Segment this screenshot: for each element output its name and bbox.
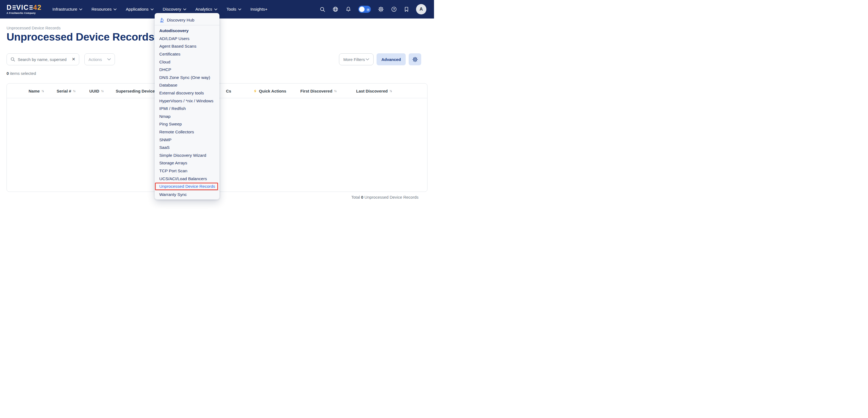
menu-item-hypervisors-nix-windows[interactable]: HyperVisors / *nix / Windows bbox=[155, 97, 219, 105]
menu-item-cloud[interactable]: Cloud bbox=[155, 58, 219, 66]
chevron-down-icon bbox=[214, 8, 217, 10]
column-label: Cs bbox=[226, 89, 231, 93]
search-box: ✕ bbox=[6, 53, 79, 65]
nav-menu: InfrastructureResourcesApplicationsDisco… bbox=[53, 7, 268, 12]
total-records-summary: Total 0 Unprocessed Device Records bbox=[351, 195, 418, 199]
actions-label: Actions bbox=[89, 57, 102, 62]
menu-item-snmp[interactable]: SNMP bbox=[155, 136, 219, 144]
nav-item-analytics[interactable]: Analytics bbox=[195, 7, 217, 12]
nav-item-label: Insights+ bbox=[250, 7, 267, 12]
column-header-first-discovered[interactable]: First Discovered↑↓ bbox=[300, 84, 337, 98]
selected-count: 0 bbox=[6, 71, 9, 76]
column-header-superseding-device-na: Superseding Device Na bbox=[116, 84, 161, 98]
sort-icon: ↑↓ bbox=[389, 89, 392, 93]
avatar[interactable]: A bbox=[416, 4, 426, 14]
menu-item-simple-discovery-wizard[interactable]: Simple Discovery Wizard bbox=[155, 152, 219, 159]
menu-item-unprocessed-device-records[interactable]: Unprocessed Device Records bbox=[155, 183, 218, 191]
sun-icon bbox=[367, 8, 370, 12]
table-settings-button[interactable] bbox=[409, 53, 421, 65]
selection-status: 0items selected bbox=[6, 71, 36, 76]
sort-icon: ↑↓ bbox=[41, 89, 44, 93]
menu-item-saas[interactable]: SaaS bbox=[155, 144, 219, 152]
column-label: Name bbox=[29, 89, 40, 93]
chevron-down-icon bbox=[151, 8, 154, 10]
column-label: Superseding Device Na bbox=[116, 89, 161, 93]
discovery-menu-list: AutodiscoveryAD/LDAP UsersAgent Based Sc… bbox=[155, 25, 219, 198]
lightning-icon bbox=[253, 89, 257, 93]
column-header-uuid[interactable]: UUID↑↓ bbox=[89, 84, 104, 98]
menu-section-header: Autodiscovery bbox=[155, 27, 219, 35]
logo-e-glyph bbox=[12, 5, 16, 10]
device42-logo[interactable]: DVIC42 A Freshworks Company bbox=[6, 4, 42, 14]
bookmark-icon[interactable] bbox=[404, 6, 409, 12]
menu-item-database[interactable]: Database bbox=[155, 82, 219, 89]
nav-item-label: Applications bbox=[126, 7, 149, 12]
column-label: Serial # bbox=[57, 89, 71, 93]
chevron-down-icon bbox=[107, 58, 111, 60]
gear-icon[interactable] bbox=[378, 6, 384, 12]
bell-icon[interactable] bbox=[345, 6, 351, 12]
chevron-down-icon bbox=[183, 8, 186, 10]
menu-item-ipmi-redfish[interactable]: IPMI / Redfish bbox=[155, 105, 219, 112]
chevron-slot-filters bbox=[366, 58, 369, 60]
search-input[interactable] bbox=[18, 57, 69, 62]
nav-item-label: Analytics bbox=[195, 7, 212, 12]
microscope-icon bbox=[159, 18, 164, 23]
nav-item-label: Tools bbox=[226, 7, 236, 12]
sort-icon: ↑↓ bbox=[334, 89, 337, 93]
column-header-name[interactable]: Name↑↓ bbox=[29, 84, 44, 98]
menu-item-dns-zone-sync-one-way[interactable]: DNS Zone Sync (One way) bbox=[155, 74, 219, 82]
clear-search-icon[interactable]: ✕ bbox=[72, 57, 75, 62]
nav-item-label: Discovery bbox=[163, 7, 181, 12]
navbar-right-icons: ? A bbox=[320, 4, 426, 14]
theme-toggle[interactable] bbox=[358, 6, 371, 13]
column-label: UUID bbox=[89, 89, 99, 93]
chevron-down-icon bbox=[79, 8, 82, 10]
menu-item-ad-ldap-users[interactable]: AD/LDAP Users bbox=[155, 35, 219, 43]
menu-item-nmap[interactable]: Nmap bbox=[155, 112, 219, 121]
actions-dropdown[interactable]: Actions bbox=[84, 53, 115, 65]
nav-item-label: Infrastructure bbox=[53, 7, 77, 12]
nav-item-applications[interactable]: Applications bbox=[126, 7, 154, 12]
chevron-down-icon bbox=[114, 8, 117, 10]
menu-item-ucs-aci-load-balancers[interactable]: UCS/ACI/Load Balancers bbox=[155, 175, 219, 183]
column-header-cs: Cs bbox=[226, 84, 231, 98]
page-title: Unprocessed Device Records bbox=[6, 31, 154, 43]
column-header-serial[interactable]: Serial #↑↓ bbox=[57, 84, 76, 98]
sort-icon: ↑↓ bbox=[101, 89, 104, 93]
more-filters-dropdown[interactable]: More Filters bbox=[339, 53, 374, 65]
menu-item-tcp-port-scan[interactable]: TCP Port Scan bbox=[155, 167, 219, 175]
svg-text:?: ? bbox=[393, 8, 395, 11]
more-filters-label: More Filters bbox=[343, 57, 365, 62]
nav-item-discovery[interactable]: Discovery bbox=[163, 7, 186, 12]
nav-item-resources[interactable]: Resources bbox=[91, 7, 117, 12]
search-icon[interactable] bbox=[320, 6, 326, 12]
menu-item-warranty-sync[interactable]: Warranty Sync bbox=[155, 191, 219, 198]
menu-item-label: Discovery Hub bbox=[167, 18, 194, 23]
toggle-knob bbox=[359, 6, 365, 12]
menu-item-certificates[interactable]: Certificates bbox=[155, 50, 219, 58]
globe-icon[interactable] bbox=[333, 6, 338, 12]
chevron-slot-actions bbox=[107, 58, 111, 60]
menu-item-storage-arrays[interactable]: Storage Arrays bbox=[155, 159, 219, 167]
help-icon[interactable]: ? bbox=[391, 6, 397, 12]
nav-item-label: Resources bbox=[91, 7, 112, 12]
menu-item-agent-based-scans[interactable]: Agent Based Scans bbox=[155, 42, 219, 50]
nav-item-insights[interactable]: Insights+ bbox=[250, 7, 267, 12]
column-label: Last Discovered bbox=[356, 89, 388, 93]
nav-item-tools[interactable]: Tools bbox=[226, 7, 241, 12]
menu-item-ping-sweep[interactable]: Ping Sweep bbox=[155, 120, 219, 128]
logo-wordmark: DVIC42 bbox=[6, 4, 42, 11]
menu-item-dhcp[interactable]: DHCP bbox=[155, 66, 219, 74]
menu-item-external-discovery-tools[interactable]: External discovery tools bbox=[155, 89, 219, 97]
total-count: 0 bbox=[361, 195, 363, 199]
chevron-down-icon bbox=[366, 58, 369, 60]
logo-e-glyph bbox=[29, 5, 33, 10]
logo-tagline: A Freshworks Company bbox=[6, 12, 42, 14]
menu-item-discovery-hub[interactable]: Discovery Hub bbox=[155, 15, 219, 25]
selected-label: items selected bbox=[10, 71, 36, 76]
nav-item-infrastructure[interactable]: Infrastructure bbox=[53, 7, 82, 12]
advanced-button[interactable]: Advanced bbox=[377, 53, 406, 65]
column-header-last-discovered[interactable]: Last Discovered↑↓ bbox=[356, 84, 392, 98]
menu-item-remote-collectors[interactable]: Remote Collectors bbox=[155, 128, 219, 136]
